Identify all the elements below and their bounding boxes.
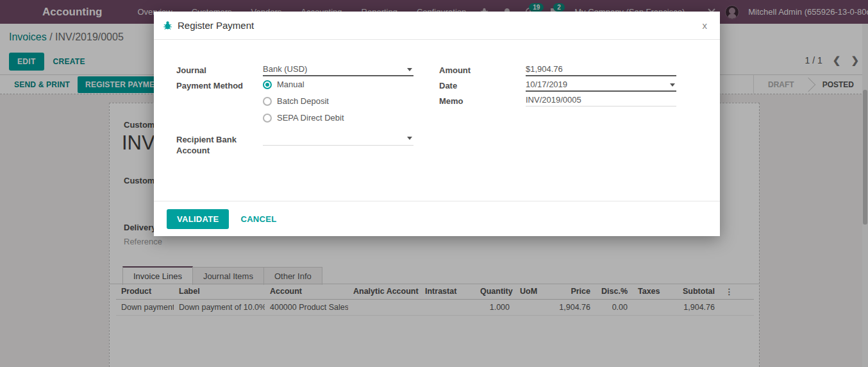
dialog-title: Register Payment [178,20,254,31]
close-icon[interactable]: x [699,17,712,33]
recipient-bank-account-label: Recipient Bank Account [176,134,263,156]
register-payment-dialog: Register Payment x Journal Bank (USD) Pa… [154,12,720,236]
bug-icon [163,21,172,30]
dropdown-caret-icon [407,68,412,71]
dialog-header: Register Payment x [154,12,720,40]
amount-label: Amount [439,65,526,75]
recipient-bank-account-select[interactable] [263,133,413,146]
radio-unselected-icon [263,97,272,106]
memo-label: Memo [439,96,526,106]
memo-input[interactable]: INV/2019/0005 [526,95,676,107]
payment-method-label: Payment Method [176,81,263,90]
radio-selected-icon [263,80,272,89]
cancel-button[interactable]: CANCEL [240,214,276,224]
date-label: Date [439,81,526,90]
dialog-footer: VALIDATE CANCEL [154,201,720,236]
date-input[interactable]: 10/17/2019 [526,80,676,92]
dropdown-caret-icon [407,137,412,140]
radio-manual[interactable]: Manual [263,80,305,89]
journal-select[interactable]: Bank (USD) [263,64,413,76]
radio-sepa-direct-debit[interactable]: SEPA Direct Debit [263,113,344,123]
radio-unselected-icon [263,114,272,123]
dropdown-caret-icon [670,83,675,87]
journal-label: Journal [176,65,263,75]
radio-batch-deposit[interactable]: Batch Deposit [263,96,329,106]
validate-button[interactable]: VALIDATE [167,209,229,229]
dialog-body: Journal Bank (USD) Payment Method Manual… [154,40,720,201]
amount-input[interactable]: $1,904.76 [526,64,676,76]
